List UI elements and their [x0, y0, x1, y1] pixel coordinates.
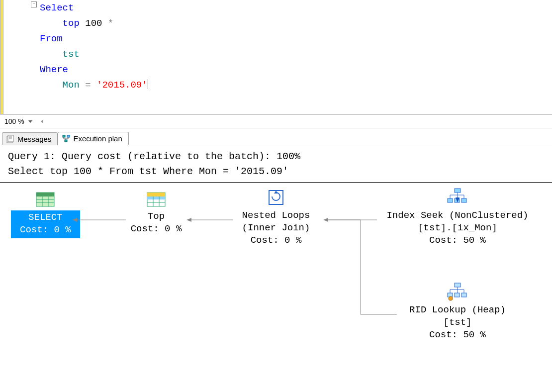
svg-rect-42 — [455, 283, 460, 287]
op-seek-label: Index Seek (NonClustered) — [375, 209, 540, 222]
svg-rect-21 — [147, 193, 165, 196]
svg-rect-33 — [448, 198, 453, 202]
op-nested-label: Nested Loops — [231, 209, 321, 222]
op-select-label: SELECT — [20, 211, 71, 224]
svg-marker-19 — [72, 218, 77, 222]
fold-gutter: − — [31, 0, 40, 114]
op-nested-cost: Cost: 0 % — [231, 234, 321, 247]
identifier-tst: tst — [63, 49, 80, 60]
tab-messages[interactable]: Messages — [2, 132, 58, 145]
op-select-cost: Cost: 0 % — [20, 224, 71, 236]
svg-rect-32 — [455, 189, 460, 193]
messages-icon — [6, 135, 14, 143]
index-seek-icon — [447, 188, 468, 207]
keyword-where: Where — [40, 64, 68, 75]
nested-loops-icon — [266, 188, 286, 207]
svg-rect-7 — [65, 140, 67, 142]
tab-execution-plan[interactable]: Execution plan — [58, 132, 128, 145]
chevron-down-icon — [28, 120, 32, 123]
literal-100: 100 — [80, 18, 108, 29]
text-caret — [148, 79, 148, 89]
arrow-nested-rid — [323, 217, 398, 317]
keyword-select: Select — [40, 2, 74, 13]
top-table-icon — [145, 191, 167, 208]
execution-indicator-bar — [0, 0, 3, 114]
op-index-seek[interactable]: Index Seek (NonClustered) [tst].[ix_Mon]… — [375, 188, 540, 247]
editor-gutter — [3, 0, 31, 114]
string-literal: '2015.09' — [96, 80, 148, 91]
arrow-top-nested — [186, 217, 234, 222]
arrow-select-top — [72, 217, 127, 222]
query-cost-line: Query 1: Query cost (relative to the bat… — [8, 149, 544, 164]
execution-plan-canvas[interactable]: SELECT Cost: 0 % Top Cost: 0 % Nes — [0, 183, 552, 382]
svg-marker-27 — [186, 218, 191, 222]
op-top[interactable]: Top Cost: 0 % — [126, 191, 186, 235]
operator-star: * — [108, 18, 113, 29]
op-seek-cost: Cost: 50 % — [375, 234, 540, 247]
svg-point-51 — [449, 296, 453, 300]
tab-messages-label: Messages — [17, 135, 51, 143]
svg-rect-44 — [455, 293, 460, 297]
op-seek-sub: [tst].[ix_Mon] — [375, 222, 540, 234]
op-rid-lookup[interactable]: RID Lookup (Heap) [tst] Cost: 50 % — [395, 282, 520, 341]
svg-rect-6 — [67, 135, 70, 137]
operator-equals: = — [80, 80, 96, 91]
rid-lookup-icon — [447, 282, 468, 302]
op-nested-sub: (Inner Join) — [231, 222, 321, 234]
fold-toggle-icon[interactable]: − — [31, 1, 37, 7]
op-select-box: SELECT Cost: 0 % — [11, 210, 80, 238]
svg-rect-5 — [63, 135, 65, 137]
svg-rect-13 — [36, 193, 54, 196]
op-select[interactable]: SELECT Cost: 0 % — [11, 191, 80, 238]
svg-rect-35 — [461, 198, 466, 202]
svg-rect-45 — [461, 293, 466, 297]
scroll-left-icon[interactable] — [41, 119, 43, 123]
op-rid-cost: Cost: 50 % — [395, 329, 520, 341]
query-header: Query 1: Query cost (relative to the bat… — [0, 145, 552, 183]
op-top-label: Top — [126, 210, 186, 223]
sql-code-editor[interactable]: Select top 100 * From tst Where Mon = '2… — [40, 0, 552, 114]
zoom-dropdown[interactable]: 100 % — [3, 117, 34, 126]
op-rid-sub: [tst] — [395, 316, 520, 329]
select-table-icon — [34, 191, 56, 208]
op-rid-label: RID Lookup (Heap) — [395, 304, 520, 316]
zoom-bar: 100 % — [0, 114, 552, 128]
results-tabs: Messages Execution plan — [0, 128, 552, 145]
keyword-top: top — [63, 18, 80, 29]
query-text-line: Select top 100 * From tst Where Mon = '2… — [8, 164, 544, 179]
op-top-cost: Cost: 0 % — [126, 223, 186, 235]
keyword-from: From — [40, 33, 63, 44]
svg-rect-22 — [147, 196, 165, 199]
tab-execution-plan-label: Execution plan — [73, 134, 122, 143]
identifier-mon: Mon — [63, 80, 80, 91]
zoom-value: 100 % — [4, 117, 24, 125]
op-nested-loops[interactable]: Nested Loops (Inner Join) Cost: 0 % — [231, 188, 321, 247]
sql-editor-pane: − Select top 100 * From tst Where Mon = … — [0, 0, 552, 114]
execution-plan-icon — [62, 135, 70, 143]
